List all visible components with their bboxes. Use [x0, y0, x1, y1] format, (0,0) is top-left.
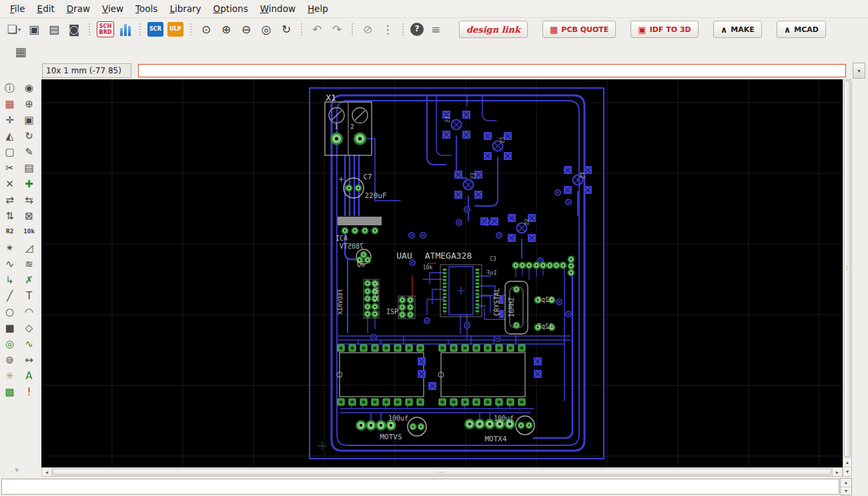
tool-delete[interactable]: ✕: [1, 177, 19, 191]
smashed-highlight[interactable]: [338, 217, 382, 225]
library-icon[interactable]: [118, 23, 133, 36]
tool-gateswap[interactable]: ⇅: [1, 209, 19, 223]
tool-group[interactable]: ▢: [1, 145, 19, 159]
tool-polygon[interactable]: ◇: [21, 321, 38, 335]
command-input[interactable]: [138, 64, 846, 77]
tool-text[interactable]: T: [21, 289, 38, 303]
overflow-menu-icon[interactable]: ≡: [428, 21, 444, 37]
tool-arc[interactable]: ◠: [21, 305, 38, 319]
pcb-quote-button[interactable]: ▦PCB QUOTE: [542, 21, 616, 38]
tool-signal[interactable]: ∿: [21, 337, 38, 351]
print-icon[interactable]: ▤: [46, 21, 62, 37]
zoom-out-icon[interactable]: ⊖: [238, 21, 254, 37]
tool-rect[interactable]: ■: [1, 321, 19, 335]
menu-options[interactable]: Options: [207, 1, 254, 16]
tool-lock[interactable]: ⊠: [21, 209, 38, 223]
tool-drc[interactable]: ▩: [1, 385, 19, 399]
menu-library[interactable]: Library: [163, 1, 207, 16]
tool-split[interactable]: ∿: [1, 257, 19, 271]
zoom-select-icon[interactable]: ◎: [258, 21, 274, 37]
console-scroll-up[interactable]: ▴: [841, 479, 851, 487]
scroll-right-arrow[interactable]: ▸: [832, 468, 842, 476]
tool-add[interactable]: ✚: [21, 177, 38, 191]
menu-tools[interactable]: Tools: [129, 1, 163, 16]
console-scrollbar[interactable]: ▴ ▾: [840, 478, 852, 495]
tool-ripup[interactable]: ✗: [21, 273, 38, 287]
tool-change[interactable]: ✎: [21, 145, 38, 159]
menu-draw[interactable]: Draw: [61, 1, 96, 16]
tool-circle[interactable]: ○: [1, 305, 19, 319]
toolbar-menu-icon[interactable]: ⋮: [380, 21, 396, 37]
pcb-canvas[interactable]: X112C7220uFIC47805TVQ6UAUATMEGA32810kSER…: [41, 79, 843, 467]
horizontal-scrollbar[interactable]: ◂ ⋯ ▸: [41, 467, 843, 477]
scroll-down-arrow[interactable]: ▾: [843, 467, 851, 476]
pcb-label: 100uf: [494, 415, 514, 422]
pcb-label: 22pF: [537, 296, 553, 303]
window-corner: [852, 478, 867, 495]
tool-replace[interactable]: ⇆: [21, 193, 38, 207]
command-history-dropdown[interactable]: ▾: [853, 63, 865, 79]
run-ulp-icon[interactable]: ULP: [167, 22, 183, 37]
tool-wire[interactable]: ╱: [1, 289, 19, 303]
tool-display[interactable]: ▦: [1, 97, 19, 111]
menu-window[interactable]: Window: [254, 1, 302, 16]
scroll-left-arrow[interactable]: ◂: [42, 468, 52, 476]
zoom-in-icon[interactable]: ⊕: [218, 21, 234, 37]
mcad-button[interactable]: ∧MCAD: [777, 21, 826, 38]
save-icon[interactable]: ▣: [26, 21, 42, 37]
vertical-scrollbar[interactable]: ⋯ ▴ ▾: [843, 79, 852, 477]
menu-file[interactable]: File: [4, 1, 31, 16]
design-link-button[interactable]: design link: [459, 21, 528, 38]
console-field[interactable]: [1, 479, 839, 495]
idf-to-3d-button[interactable]: ▣IDF TO 3D: [630, 21, 698, 38]
tool-move[interactable]: ✛: [1, 113, 19, 127]
tool-hole[interactable]: ⊚: [1, 353, 19, 367]
horizontal-scroll-thumb[interactable]: ⋯: [53, 469, 831, 475]
tool-smash[interactable]: ✴: [1, 241, 19, 255]
cam-processor-icon[interactable]: ◙: [66, 21, 82, 37]
tool-via[interactable]: ◎: [1, 337, 19, 351]
tool-route[interactable]: ↳: [1, 273, 19, 287]
tool-auto[interactable]: A: [21, 369, 38, 383]
coordinate-display: 10x 1 mm (-77 85): [42, 63, 131, 78]
tool-miter[interactable]: ◿: [21, 241, 38, 255]
menu-view[interactable]: View: [96, 1, 129, 16]
switch-schematic-board-icon[interactable]: SCHBRD: [97, 21, 114, 37]
pcb-label: C7: [363, 173, 372, 181]
run-script-icon[interactable]: SCR: [147, 22, 163, 37]
tool-copy[interactable]: ▣: [21, 113, 38, 127]
menu-help[interactable]: Help: [302, 1, 334, 16]
pcb-label: 16MHZ: [508, 297, 515, 317]
pcb-quote-icon: ▦: [550, 25, 558, 35]
tool-ratsnest[interactable]: ✳: [1, 369, 19, 383]
tool-pinswap[interactable]: ⇄: [1, 193, 19, 207]
open-file-icon[interactable]: ❏▾: [6, 21, 22, 37]
tool-rotate[interactable]: ↻: [21, 129, 38, 143]
tool-meander[interactable]: ↔: [21, 353, 38, 367]
tool-value[interactable]: 10k: [21, 225, 38, 239]
undo-icon[interactable]: ↶: [309, 21, 325, 37]
tool-mirror[interactable]: ◭: [1, 129, 19, 143]
tool-name[interactable]: R2: [1, 225, 19, 239]
tool-info[interactable]: ⓘ: [1, 81, 19, 95]
make-button[interactable]: ∧MAKE: [713, 21, 762, 38]
tool-optimize[interactable]: ≋: [21, 257, 38, 271]
tool-errors[interactable]: !: [21, 385, 38, 399]
tool-mark[interactable]: ⊕: [21, 97, 38, 111]
zoom-redraw-icon[interactable]: ↻: [278, 21, 294, 37]
help-icon[interactable]: ?: [410, 23, 424, 36]
console-scroll-down[interactable]: ▾: [841, 487, 851, 495]
vertical-scroll-thumb[interactable]: ⋯: [844, 81, 851, 457]
grid-icon[interactable]: ▦: [13, 43, 29, 59]
menu-edit[interactable]: Edit: [31, 1, 61, 16]
board-editor-canvas[interactable]: X112C7220uFIC47805TVQ6UAUATMEGA32810kSER…: [41, 79, 843, 467]
palette-overflow-icon[interactable]: »: [13, 467, 21, 472]
stop-icon[interactable]: ⊘: [360, 21, 376, 37]
tool-cut[interactable]: ✂: [1, 161, 19, 175]
redo-icon[interactable]: ↷: [329, 21, 345, 37]
tool-show[interactable]: ◉: [21, 81, 38, 95]
scroll-up-arrow[interactable]: ▴: [843, 457, 851, 467]
pcb-label: UAU: [396, 251, 412, 261]
zoom-fit-icon[interactable]: ⊙: [198, 21, 214, 37]
tool-paste[interactable]: ▤: [21, 161, 38, 175]
